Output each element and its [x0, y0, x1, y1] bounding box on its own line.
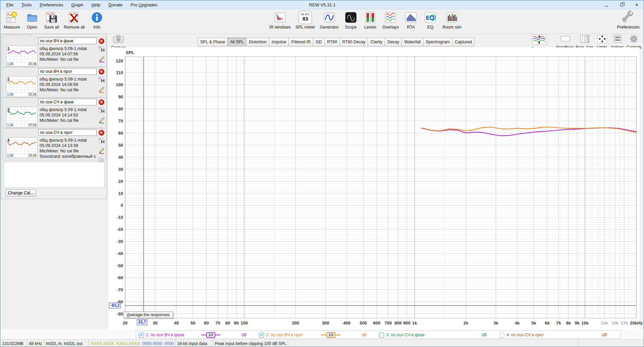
generator-button[interactable]: Generator — [320, 11, 339, 30]
trace-label[interactable]: 4: по оси СЧ в прот — [506, 333, 544, 337]
trace-unit: dB — [602, 333, 607, 337]
removeall-button[interactable]: Remove all — [64, 11, 85, 30]
measurement-name-input[interactable] — [38, 129, 97, 136]
overlays-button[interactable]: Overlays — [382, 11, 399, 30]
measurement-thumbnail[interactable]: 21,0k20,0k — [6, 76, 38, 97]
minimize-button[interactable] — [599, 0, 614, 9]
pencil-icon[interactable] — [99, 87, 105, 94]
pencil-icon[interactable] — [99, 148, 105, 155]
delete-measurement-button[interactable]: × — [99, 38, 104, 44]
eq-button[interactable]: EQEQ — [423, 11, 438, 30]
trace-label[interactable]: 2: по оси ВЧ в прот — [266, 333, 303, 337]
smoothing-badge[interactable]: 1/3 — [321, 332, 340, 338]
measurement-name-input[interactable] — [38, 68, 97, 75]
tab-rt60-decay[interactable]: RT60 Decay — [340, 38, 368, 46]
svg-text:400: 400 — [343, 320, 351, 326]
menu-graph[interactable]: Graph — [68, 1, 87, 8]
svg-text:50: 50 — [118, 143, 123, 148]
pencil-icon[interactable] — [99, 117, 105, 125]
menu-preferences[interactable]: Preferences — [36, 1, 66, 8]
save-trace-icon[interactable] — [99, 107, 105, 114]
levels-label: Levels — [364, 25, 376, 30]
tab-spectrogram[interactable]: Spectrogram — [423, 38, 452, 46]
restore-button[interactable] — [614, 0, 629, 9]
trace-checkbox[interactable] — [499, 333, 504, 338]
trace-checkbox[interactable]: ✓ — [139, 333, 144, 338]
tab-distortion[interactable]: Distortion — [247, 38, 269, 46]
open-button[interactable]: Open — [25, 11, 40, 30]
svg-text:13k: 13k — [601, 320, 608, 326]
menu-donate[interactable]: Donate — [105, 1, 126, 8]
save-trace-icon[interactable] — [99, 77, 105, 84]
delete-measurement-button[interactable]: × — [99, 99, 104, 105]
pencil-icon[interactable] — [99, 56, 105, 63]
main-toolbar: MeasureOpenSave allRemove allInfo IR win… — [0, 9, 644, 34]
measurement-card-1[interactable]: ×11,0k20,0kобщ фильтр 5.09-1.mdat05.09.2… — [2, 37, 106, 67]
close-button[interactable]: × — [629, 0, 644, 9]
thumb-axis-max: 20,0k — [29, 154, 37, 157]
tab-filtered-ir[interactable]: Filtered IR — [289, 38, 313, 46]
svg-text:10: 10 — [118, 191, 123, 196]
svg-text:20kHz: 20kHz — [630, 320, 643, 326]
rta-button[interactable]: RTA — [404, 11, 418, 30]
save-trace-icon[interactable] — [99, 46, 105, 53]
svg-text:90: 90 — [234, 320, 239, 326]
trace-label[interactable]: 1: по оси ВЧ в фазе — [146, 333, 184, 337]
preferences-button[interactable]: Preferences — [617, 11, 640, 30]
measure-button[interactable]: Measure — [4, 11, 20, 30]
trace-label[interactable]: 3: по оси СЧ в фазе — [386, 333, 425, 337]
delete-measurement-button[interactable]: × — [99, 69, 104, 75]
spl-meter-button[interactable]: dB SPL83SPL meter — [296, 11, 315, 30]
measurement-datetime: 05.09.2024 14:07:56 — [40, 51, 97, 57]
spl-meter-label: SPL meter — [296, 25, 315, 30]
smoothing-badge[interactable]: 1/3 — [201, 332, 220, 338]
menu-pro-upgrades[interactable]: Pro Upgrades — [127, 1, 161, 8]
svg-text:90: 90 — [118, 94, 123, 99]
svg-text:900: 900 — [403, 320, 411, 326]
levels-button[interactable]: 0369Levels — [363, 11, 378, 30]
tab-decay[interactable]: Decay — [385, 38, 402, 46]
change-cal-button[interactable]: Change Cal... — [5, 189, 36, 197]
room-sim-button[interactable]: Room sim — [442, 11, 461, 30]
measurement-index: 4 — [7, 138, 9, 142]
menu-file[interactable]: File — [3, 1, 17, 8]
measurements-panel: Collapse « ×11,0k20,0kобщ фильтр 5.09-1.… — [1, 34, 107, 199]
svg-text:70: 70 — [118, 118, 123, 123]
measurement-card-4[interactable]: ×41,0k20,0kобщ фильтр 5.09-1.mdat05.09.2… — [2, 128, 106, 160]
tab-clarity[interactable]: Clarity — [368, 38, 385, 46]
measurement-thumbnail[interactable]: 11,0k20,0k — [6, 46, 38, 66]
saveall-button[interactable]: Save all — [44, 11, 59, 30]
measurement-thumbnail[interactable]: 31,0k20,0k — [6, 107, 38, 128]
tab-rt60[interactable]: RT60 — [325, 38, 340, 46]
wrench-icon — [622, 11, 635, 24]
menu-help[interactable]: Help — [88, 1, 104, 8]
measurement-name-input[interactable] — [38, 38, 97, 44]
measurement-thumbnail[interactable]: 41,0k20,0k — [6, 137, 38, 158]
tab-spl-phase[interactable]: SPL & Phase — [198, 38, 228, 46]
menu-tools[interactable]: Tools — [18, 1, 35, 8]
tab-impulse[interactable]: Impulse — [269, 38, 289, 46]
trace-checkbox[interactable]: ✓ — [259, 333, 264, 338]
legend-item-3: 3: по оси СЧ в фазеdB — [379, 332, 493, 338]
trace-checkbox[interactable] — [379, 333, 384, 338]
measurement-name-input[interactable] — [38, 99, 97, 105]
close-x-icon: × — [100, 100, 103, 105]
tab-all-spl[interactable]: All SPL — [228, 38, 247, 46]
svg-text:800: 800 — [394, 320, 402, 326]
delete-measurement-button[interactable]: × — [99, 130, 104, 136]
svg-text:100: 100 — [240, 320, 248, 326]
info-button[interactable]: Info — [90, 11, 104, 30]
measurement-card-3[interactable]: ×31,0k20,0kобщ фильтр 5.09-1.mdat05.09.2… — [2, 98, 106, 128]
rta-icon — [405, 11, 417, 24]
toolbar-center-group: IR windowsdB SPL83SPL meterGeneratorScop… — [269, 11, 461, 30]
save-trace-icon[interactable] — [99, 138, 105, 145]
ir-windows-button[interactable]: IR windows — [269, 11, 291, 30]
tab-captured[interactable]: Captured — [452, 38, 475, 46]
measurement-info: общ фильтр 5.09-1.mdat05.09.2024 14:14:5… — [40, 107, 97, 123]
spl-chart[interactable]: 1201101009080706050403020100-10-20-30-40… — [108, 47, 640, 329]
tab-waterfall[interactable]: Waterfall — [402, 38, 423, 46]
status-segment-empty — [288, 340, 579, 347]
tab-gd[interactable]: GD — [313, 38, 325, 46]
measurement-card-2[interactable]: ×21,0k20,0kобщ фильтр 5.09-1.mdat05.09.2… — [2, 67, 106, 98]
scope-button[interactable]: Scope — [343, 11, 358, 30]
